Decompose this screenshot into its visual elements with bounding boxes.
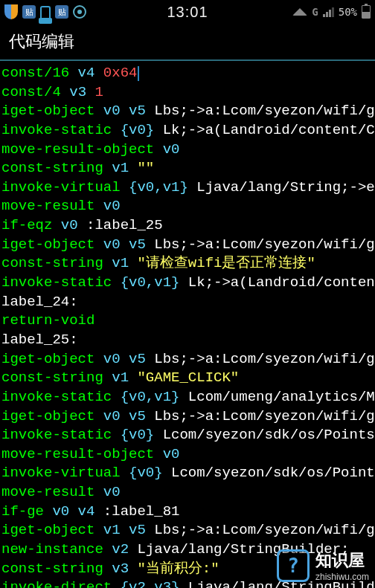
app-title: 代码编辑 (9, 30, 74, 53)
circle-icon (73, 5, 86, 19)
code-token: const-string (1, 255, 103, 271)
lock-icon (40, 6, 51, 18)
code-token: return-void (1, 312, 94, 329)
clock: 13:01 (167, 4, 208, 21)
watermark: ? 知识屋 zhishiwu.com (277, 549, 369, 582)
code-token: {v2,v3} (112, 579, 188, 588)
code-token: "GAME_CLICK" (137, 369, 239, 386)
code-token: move-result-object (1, 141, 154, 158)
code-token: iget-object (1, 408, 94, 424)
code-token: if-eqz (1, 217, 52, 233)
code-token: "当前积分:" (137, 560, 219, 577)
code-token: Lbs;->a:Lcom/syezon/wifi/ga (154, 351, 375, 367)
code-line[interactable]: move-result v0 (1, 483, 374, 503)
code-token: invoke-static (1, 427, 112, 443)
code-token: {v0} (112, 427, 162, 443)
code-token: Lk;->a(Landroid/content (188, 274, 375, 291)
code-token: move-result (1, 484, 94, 500)
code-token: v0 v5 (94, 351, 154, 367)
code-token: v0 (94, 198, 120, 214)
status-left-icons: 贴 贴 (4, 4, 86, 19)
battery-percent: 50% (339, 6, 357, 18)
code-token: v1 (103, 255, 138, 271)
shield-icon (4, 4, 18, 19)
code-line[interactable]: const/16 v4 0x64 (1, 64, 374, 83)
code-token: Lcom/syezon/sdk/os/PointsM (163, 427, 375, 443)
status-right-icons: G 50% (292, 5, 371, 19)
code-line[interactable]: if-ge v0 v4 :label_81 (1, 503, 374, 522)
code-token: Lbs;->a:Lcom/syezon/wifi/ga (154, 408, 375, 424)
code-token: :label_25 (86, 217, 163, 233)
code-line[interactable]: invoke-static {v0} Lk;->a(Landroid/conte… (1, 121, 374, 140)
battery-icon (362, 5, 371, 19)
watermark-title: 知识屋 (315, 549, 369, 572)
code-line[interactable]: invoke-static {v0,v1} Lcom/umeng/analyti… (1, 388, 374, 407)
code-token: iget-object (1, 522, 94, 538)
code-line[interactable]: move-result-object v0 (1, 445, 374, 465)
code-token: v3 (103, 560, 138, 577)
code-token: v0 (94, 484, 120, 500)
network-type-icon: G (312, 6, 318, 18)
code-line[interactable]: const-string v1 "" (1, 159, 374, 178)
code-token: v0 (154, 141, 179, 158)
code-token: :label_81 (103, 503, 180, 520)
code-token: v1 v5 (94, 522, 154, 538)
code-token: const-string (1, 369, 103, 386)
code-token: {v0,v1} (112, 274, 188, 291)
app-badge-icon-2: 贴 (55, 5, 68, 19)
code-line[interactable]: const-string v1 "请检查wifi是否正常连接" (1, 254, 374, 274)
code-line[interactable]: iget-object v0 v5 Lbs;->a:Lcom/syezon/wi… (1, 407, 374, 427)
code-token: v3 (61, 84, 95, 100)
watermark-icon: ? (277, 549, 310, 582)
code-token: const/16 (1, 65, 69, 81)
code-token: Lbs;->a:Lcom/syezon/wifi/ga (154, 103, 375, 119)
code-token: v0 v5 (94, 103, 154, 119)
code-line[interactable]: iget-object v1 v5 Lbs;->a:Lcom/syezon/wi… (1, 521, 374, 540)
code-token: new-instance (1, 541, 103, 558)
code-token: iget-object (1, 351, 94, 367)
code-token: Lbs;->a:Lcom/syezon/wifi/ga (154, 522, 375, 538)
code-line[interactable]: invoke-virtual {v0,v1} Ljava/lang/String… (1, 178, 374, 198)
code-line[interactable]: label_25: (1, 331, 374, 350)
code-line[interactable]: label_24: (1, 293, 374, 312)
code-line[interactable]: const-string v1 "GAME_CLICK" (1, 369, 374, 388)
code-line[interactable]: if-eqz v0 :label_25 (1, 216, 374, 236)
code-token: invoke-static (1, 122, 112, 138)
code-line[interactable]: const/4 v3 1 (1, 83, 374, 103)
code-token: v1 (103, 160, 138, 176)
code-token: label_24: (1, 294, 78, 310)
code-line[interactable]: invoke-static {v0} Lcom/syezon/sdk/os/Po… (1, 426, 374, 445)
code-token: {v0} (121, 465, 171, 481)
code-token: invoke-direct (1, 579, 112, 588)
code-line[interactable]: return-void (1, 311, 374, 331)
code-token: "请检查wifi是否正常连接" (137, 255, 315, 271)
code-token: "" (137, 160, 154, 176)
code-token: v0 v4 (44, 503, 103, 520)
code-token: {v0,v1} (121, 179, 197, 196)
code-token: iget-object (1, 103, 94, 119)
wifi-icon (292, 8, 307, 16)
code-token: Lcom/syezon/sdk/os/Points (171, 465, 375, 481)
code-token: v0 (154, 446, 179, 462)
code-line[interactable]: iget-object v0 v5 Lbs;->a:Lcom/syezon/wi… (1, 350, 374, 369)
code-line[interactable]: invoke-virtual {v0} Lcom/syezon/sdk/os/P… (1, 464, 374, 483)
watermark-subtitle: zhishiwu.com (315, 572, 369, 582)
code-token: 1 (94, 84, 103, 100)
code-line[interactable]: iget-object v0 v5 Lbs;->a:Lcom/syezon/wi… (1, 102, 374, 121)
code-token: const-string (1, 560, 103, 577)
code-token: const/4 (1, 84, 61, 100)
code-line[interactable]: move-result v0 (1, 197, 374, 216)
code-editor-area[interactable]: const/16 v4 0x64const/4 v3 1iget-object … (0, 61, 375, 588)
code-line[interactable]: move-result-object v0 (1, 140, 374, 160)
code-line[interactable]: iget-object v0 v5 Lbs;->a:Lcom/syezon/wi… (1, 236, 374, 255)
code-token: v2 (103, 541, 138, 558)
code-token: v1 (103, 369, 138, 386)
code-token: {v0,v1} (112, 389, 188, 405)
code-token: 0x64 (103, 65, 138, 81)
code-token: v0 (52, 217, 86, 233)
code-token: v0 v5 (94, 408, 154, 424)
code-token: Ljava/lang/String;->eq (196, 179, 375, 196)
code-token: Lbs;->a:Lcom/syezon/wifi/ga (154, 236, 375, 253)
code-token: if-ge (1, 503, 44, 520)
code-line[interactable]: invoke-static {v0,v1} Lk;->a(Landroid/co… (1, 274, 374, 293)
